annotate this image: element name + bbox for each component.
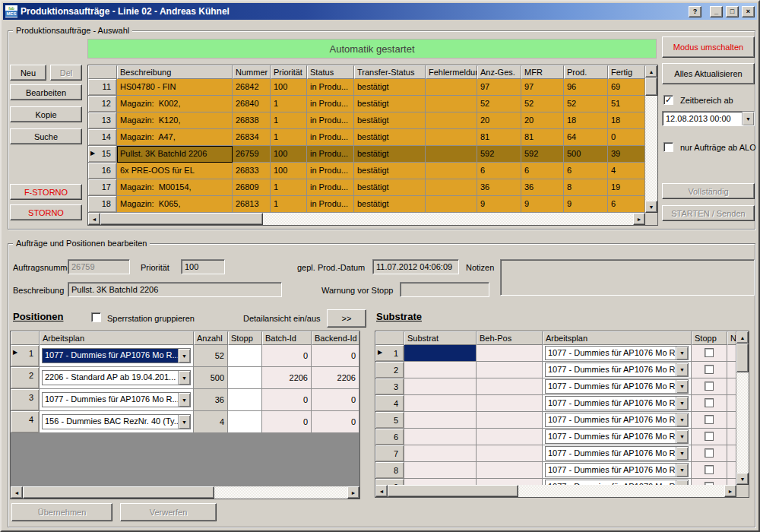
dropdown-arrow-icon[interactable]: ▼ <box>676 363 688 376</box>
scroll-down-icon[interactable]: ▼ <box>645 201 657 213</box>
maximize-button[interactable]: □ <box>726 6 739 17</box>
arbeitsplan-dropdown[interactable]: 1077 - Dummies für AP1076 Mo R...▼ <box>545 429 689 444</box>
orders-column-header[interactable]: Status <box>307 65 354 79</box>
arbeitsplan-dropdown[interactable]: 1077 - Dummies für AP1076 Mo R...▼ <box>42 392 191 407</box>
orders-column-header[interactable]: Anz-Ges. <box>477 65 521 79</box>
order-row-16[interactable]: 166x PRE-OOS für EL26833100in Produ...be… <box>88 163 645 179</box>
warnung-vor-stopp-field[interactable] <box>400 282 489 297</box>
substrat-cell[interactable] <box>404 345 477 362</box>
orders-column-header[interactable]: Transfer-Status <box>354 65 426 79</box>
substrat-cell[interactable] <box>404 362 477 378</box>
orders-column-header[interactable]: Fertig <box>608 65 645 79</box>
orders-column-header[interactable]: Prod. <box>564 65 608 79</box>
zeitbereich-datetime-dropdown[interactable]: 12.08.2013 00:00 ▼ <box>662 111 755 126</box>
stopp-checkbox[interactable] <box>705 415 714 424</box>
substrate-row-2[interactable]: 21077 - Dummies für AP1076 Mo R...▼ <box>375 362 736 378</box>
scroll-left-icon[interactable]: ◄ <box>88 213 100 225</box>
scroll-up-icon[interactable]: ▲ <box>645 65 657 78</box>
suche-button[interactable]: Suche <box>10 128 82 144</box>
arbeitsplan-dropdown[interactable]: 1077 - Dummies für AP1076 Mo R...▼ <box>545 346 689 360</box>
stopp-checkbox[interactable] <box>705 398 714 407</box>
substrate-row-5[interactable]: 51077 - Dummies für AP1076 Mo R...▼ <box>375 412 736 429</box>
order-row-12[interactable]: 12Magazin: K002,268401in Produ...bestäti… <box>88 96 645 112</box>
substrat-cell[interactable] <box>404 378 477 395</box>
position-row-2[interactable]: 22206 - Standard AP ab 19.04.201...▼5002… <box>11 367 359 389</box>
stopp-checkbox[interactable] <box>705 465 714 474</box>
substrat-cell[interactable] <box>404 395 477 412</box>
orders-hscroll-thumb[interactable] <box>100 213 263 225</box>
arbeitsplan-dropdown[interactable]: 1077 - Dummies für AP1076 Mo R...▼ <box>545 396 689 410</box>
substrate-row-6[interactable]: 61077 - Dummies für AP1076 Mo R...▼ <box>375 429 736 445</box>
dropdown-arrow-icon[interactable]: ▼ <box>178 349 190 363</box>
positionen-horizontal-scrollbar[interactable]: ◄ ► <box>11 486 359 499</box>
dropdown-arrow-icon[interactable]: ▼ <box>178 393 190 407</box>
dropdown-arrow-icon[interactable]: ▼ <box>676 380 688 393</box>
substrate-column-header[interactable]: Substrat <box>404 331 477 345</box>
order-row-11[interactable]: 11HS04780 - FIN26842100in Produ...bestät… <box>88 79 645 96</box>
orders-column-header[interactable]: Fehlermeldung <box>426 65 477 79</box>
substrate-hscroll-thumb[interactable] <box>388 485 518 497</box>
zeitbereich-checkbox[interactable]: ✓ <box>663 95 673 105</box>
substrate-row-4[interactable]: 41077 - Dummies für AP1076 Mo R...▼ <box>375 395 736 412</box>
substrate-row-1[interactable]: ▶11077 - Dummies für AP1076 Mo R...▼ <box>375 345 736 362</box>
orders-horizontal-scrollbar[interactable]: ◄ ► <box>88 213 645 225</box>
notizen-field[interactable] <box>500 259 755 296</box>
prod-datum-field[interactable]: 11.07.2012 04:06:09 <box>372 259 459 274</box>
dropdown-arrow-icon[interactable]: ▼ <box>676 413 688 426</box>
positionen-column-header[interactable]: Arbeitsplan <box>40 331 194 345</box>
stopp-checkbox[interactable] <box>705 432 714 441</box>
positionen-hscroll-thumb[interactable] <box>23 486 214 499</box>
stopp-checkbox[interactable] <box>705 382 714 391</box>
orders-column-header[interactable]: Beschreibung <box>117 65 233 79</box>
substrate-row-9[interactable]: 91077 - Dummies für AP1076 Mo R...▼ <box>375 479 736 485</box>
kopie-button[interactable]: Kopie <box>10 106 82 122</box>
f-storno-button[interactable]: F-STORNO <box>10 184 82 200</box>
arbeitsplan-dropdown[interactable]: 1077 - Dummies für AP1076 Mo R...▼ <box>545 446 689 461</box>
nur-auftraege-alo-checkbox[interactable] <box>663 142 673 152</box>
arbeitsplan-dropdown[interactable]: 2206 - Standard AP ab 19.04.201...▼ <box>42 370 191 385</box>
arbeitsplan-dropdown[interactable]: 1077 - Dummies für AP1076 Mo R...▼ <box>545 379 689 394</box>
order-row-15[interactable]: ▶15Pullst. 3K BatchId 220626759100in Pro… <box>88 146 645 163</box>
substrat-cell[interactable] <box>404 479 477 485</box>
help-button[interactable]: ? <box>689 6 701 17</box>
scroll-left-icon[interactable]: ◄ <box>375 485 388 497</box>
arbeitsplan-dropdown[interactable]: 1077 - Dummies für AP1076 Mo R...▼ <box>545 413 689 427</box>
order-row-14[interactable]: 14Magazin: A47,268341in Produ...bestätig… <box>88 129 645 146</box>
bearbeiten-button[interactable]: Bearbeiten <box>10 84 82 100</box>
substrat-cell[interactable] <box>404 429 477 445</box>
detailansicht-toggle-button[interactable]: >> <box>327 309 366 328</box>
scroll-right-icon[interactable]: ► <box>633 213 645 225</box>
stopp-checkbox[interactable] <box>705 365 714 374</box>
scroll-up-icon[interactable]: ▲ <box>736 331 749 344</box>
substrate-horizontal-scrollbar[interactable]: ◄ ► <box>375 485 736 497</box>
scroll-down-icon[interactable]: ▼ <box>736 473 749 485</box>
scroll-right-icon[interactable]: ► <box>347 486 359 499</box>
storno-button[interactable]: STORNO <box>10 204 82 220</box>
dropdown-arrow-icon[interactable]: ▼ <box>742 112 754 125</box>
orders-column-header[interactable]: Nummer <box>233 65 271 79</box>
substrate-column-header[interactable]: Stopp <box>692 331 727 345</box>
positionen-column-header[interactable]: Anzahl <box>194 331 228 345</box>
dropdown-arrow-icon[interactable]: ▼ <box>178 371 190 385</box>
substrat-cell[interactable] <box>404 412 477 429</box>
stopp-checkbox[interactable] <box>705 348 714 357</box>
arbeitsplan-dropdown[interactable]: 1077 - Dummies für AP1076 Mo R...▼ <box>545 363 689 377</box>
neu-button[interactable]: Neu <box>10 65 46 81</box>
orders-column-header[interactable]: MFR <box>521 65 564 79</box>
arbeitsplan-dropdown[interactable]: 1077 - Dummies für AP1076 Mo R...▼ <box>545 480 689 485</box>
dropdown-arrow-icon[interactable]: ▼ <box>676 464 688 477</box>
positionen-column-header[interactable]: Batch-Id <box>262 331 312 345</box>
positionen-column-header[interactable]: Stopp <box>228 331 262 345</box>
dropdown-arrow-icon[interactable]: ▼ <box>676 447 688 460</box>
arbeitsplan-dropdown[interactable]: 1077 - Dummies für AP1076 Mo R...▼ <box>545 463 689 477</box>
substrate-column-header[interactable]: Beh-Pos <box>477 331 543 345</box>
position-row-3[interactable]: 31077 - Dummies für AP1076 Mo R...▼3600 <box>11 389 359 411</box>
positionen-column-header[interactable]: Backend-Id <box>312 331 359 345</box>
scroll-right-icon[interactable]: ► <box>724 485 736 497</box>
order-row-17[interactable]: 17Magazin: M00154,268091in Produ...bestä… <box>88 179 645 196</box>
substrate-row-8[interactable]: 81077 - Dummies für AP1076 Mo R...▼ <box>375 462 736 479</box>
modus-umschalten-button[interactable]: Modus umschalten <box>662 36 755 58</box>
position-row-1[interactable]: ▶11077 - Dummies für AP1076 Mo R...▼5200 <box>11 345 359 367</box>
orders-vertical-scrollbar[interactable]: ▲ ▼ <box>645 65 657 213</box>
minimize-button[interactable]: _ <box>710 6 723 17</box>
